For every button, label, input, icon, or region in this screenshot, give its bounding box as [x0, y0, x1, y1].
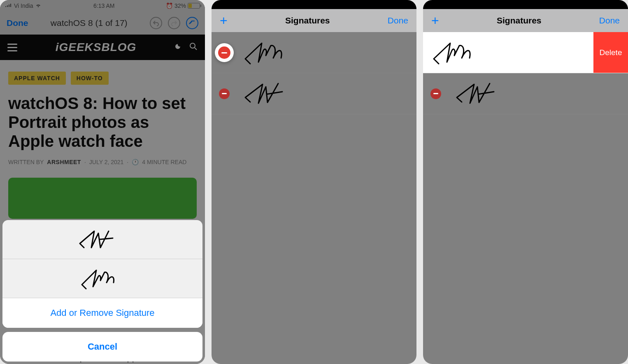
- action-sheet: Add or Remove Signature Cancel: [2, 220, 202, 362]
- signatures-header: + Signatures Done: [423, 9, 628, 32]
- add-signature-icon[interactable]: +: [431, 13, 439, 28]
- delete-minus-highlight[interactable]: [215, 43, 234, 62]
- screen-3-swipe-delete: + Signatures Done Delete: [423, 0, 628, 364]
- done-button[interactable]: Done: [599, 16, 620, 26]
- signature-row-1[interactable]: [212, 32, 416, 73]
- signatures-title: Signatures: [285, 16, 330, 26]
- signature-row-1-swiped[interactable]: Delete: [423, 32, 628, 73]
- delete-minus-icon[interactable]: [430, 88, 441, 99]
- signature-preview-1[interactable]: [2, 220, 202, 259]
- cancel-button[interactable]: Cancel: [2, 332, 202, 362]
- done-button[interactable]: Done: [388, 16, 408, 26]
- signature-glyph-1: [430, 38, 484, 67]
- screen-1-markup-sheet: Vi India 6:13 AM ⏰ 32% Done watchOS 8 (1…: [0, 0, 205, 364]
- delete-minus-icon[interactable]: [219, 88, 230, 99]
- signatures-title: Signatures: [497, 16, 542, 26]
- signature-glyph-2: [454, 79, 507, 108]
- signature-glyph-1: [242, 38, 295, 67]
- add-signature-icon[interactable]: +: [220, 13, 228, 28]
- add-remove-signature-button[interactable]: Add or Remove Signature: [2, 298, 202, 328]
- delete-button[interactable]: Delete: [593, 32, 628, 73]
- signature-row-2[interactable]: [423, 73, 628, 114]
- signatures-header: + Signatures Done: [212, 9, 416, 32]
- signature-row-2[interactable]: [212, 73, 416, 114]
- screen-2-signatures-edit: + Signatures Done: [212, 0, 416, 364]
- signature-preview-2[interactable]: [2, 259, 202, 298]
- signature-glyph-2: [242, 79, 295, 108]
